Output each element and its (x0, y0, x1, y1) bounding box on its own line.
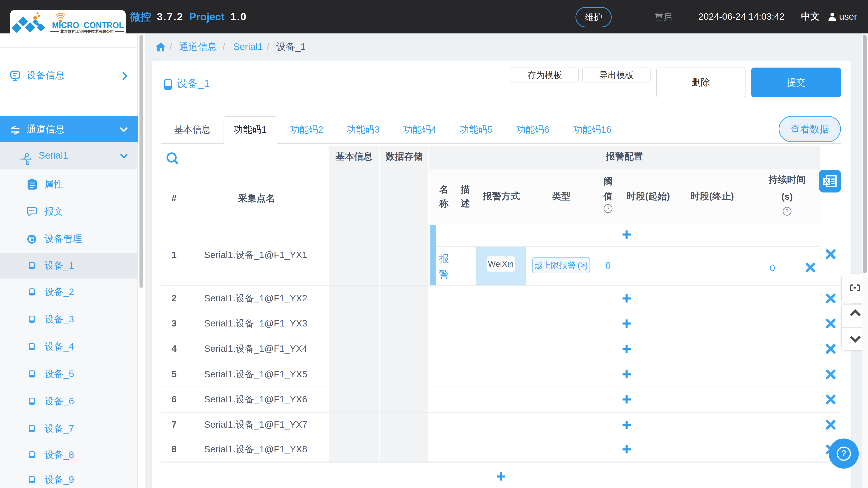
svg-text:?: ? (607, 205, 610, 212)
svg-text:?: ? (841, 449, 846, 458)
svg-text:X: X (824, 177, 829, 185)
svg-text:?: ? (785, 208, 788, 214)
